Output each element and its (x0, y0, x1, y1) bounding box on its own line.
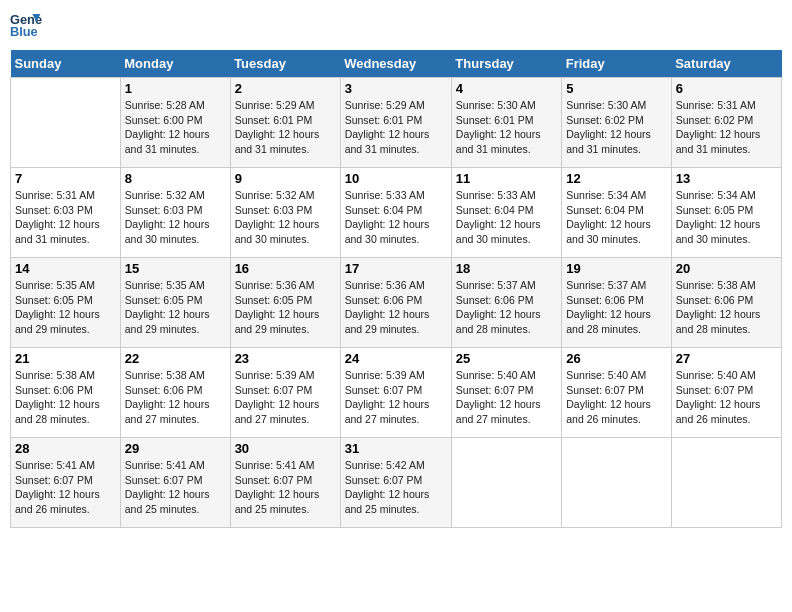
day-info: Sunrise: 5:42 AMSunset: 6:07 PMDaylight:… (345, 458, 447, 517)
calendar-cell: 8Sunrise: 5:32 AMSunset: 6:03 PMDaylight… (120, 168, 230, 258)
weekday-thursday: Thursday (451, 50, 561, 78)
day-number: 14 (15, 261, 116, 276)
calendar-cell (451, 438, 561, 528)
calendar-cell: 25Sunrise: 5:40 AMSunset: 6:07 PMDayligh… (451, 348, 561, 438)
day-info: Sunrise: 5:35 AMSunset: 6:05 PMDaylight:… (125, 278, 226, 337)
day-number: 29 (125, 441, 226, 456)
day-number: 15 (125, 261, 226, 276)
weekday-friday: Friday (562, 50, 671, 78)
weekday-wednesday: Wednesday (340, 50, 451, 78)
calendar-cell: 23Sunrise: 5:39 AMSunset: 6:07 PMDayligh… (230, 348, 340, 438)
day-info: Sunrise: 5:29 AMSunset: 6:01 PMDaylight:… (235, 98, 336, 157)
calendar-cell: 4Sunrise: 5:30 AMSunset: 6:01 PMDaylight… (451, 78, 561, 168)
day-number: 17 (345, 261, 447, 276)
day-info: Sunrise: 5:31 AMSunset: 6:02 PMDaylight:… (676, 98, 777, 157)
day-number: 26 (566, 351, 666, 366)
calendar-cell: 30Sunrise: 5:41 AMSunset: 6:07 PMDayligh… (230, 438, 340, 528)
day-info: Sunrise: 5:40 AMSunset: 6:07 PMDaylight:… (456, 368, 557, 427)
calendar-cell: 27Sunrise: 5:40 AMSunset: 6:07 PMDayligh… (671, 348, 781, 438)
day-number: 28 (15, 441, 116, 456)
calendar-cell: 21Sunrise: 5:38 AMSunset: 6:06 PMDayligh… (11, 348, 121, 438)
day-number: 20 (676, 261, 777, 276)
day-info: Sunrise: 5:30 AMSunset: 6:02 PMDaylight:… (566, 98, 666, 157)
day-info: Sunrise: 5:29 AMSunset: 6:01 PMDaylight:… (345, 98, 447, 157)
calendar-cell: 28Sunrise: 5:41 AMSunset: 6:07 PMDayligh… (11, 438, 121, 528)
calendar-cell: 17Sunrise: 5:36 AMSunset: 6:06 PMDayligh… (340, 258, 451, 348)
day-info: Sunrise: 5:41 AMSunset: 6:07 PMDaylight:… (15, 458, 116, 517)
day-info: Sunrise: 5:38 AMSunset: 6:06 PMDaylight:… (15, 368, 116, 427)
day-info: Sunrise: 5:40 AMSunset: 6:07 PMDaylight:… (566, 368, 666, 427)
day-info: Sunrise: 5:35 AMSunset: 6:05 PMDaylight:… (15, 278, 116, 337)
day-number: 22 (125, 351, 226, 366)
calendar-cell: 22Sunrise: 5:38 AMSunset: 6:06 PMDayligh… (120, 348, 230, 438)
day-info: Sunrise: 5:37 AMSunset: 6:06 PMDaylight:… (566, 278, 666, 337)
calendar-week-2: 7Sunrise: 5:31 AMSunset: 6:03 PMDaylight… (11, 168, 782, 258)
calendar-cell: 18Sunrise: 5:37 AMSunset: 6:06 PMDayligh… (451, 258, 561, 348)
calendar-cell: 5Sunrise: 5:30 AMSunset: 6:02 PMDaylight… (562, 78, 671, 168)
calendar-week-5: 28Sunrise: 5:41 AMSunset: 6:07 PMDayligh… (11, 438, 782, 528)
calendar-cell: 11Sunrise: 5:33 AMSunset: 6:04 PMDayligh… (451, 168, 561, 258)
calendar-cell: 24Sunrise: 5:39 AMSunset: 6:07 PMDayligh… (340, 348, 451, 438)
calendar-week-3: 14Sunrise: 5:35 AMSunset: 6:05 PMDayligh… (11, 258, 782, 348)
day-number: 12 (566, 171, 666, 186)
day-number: 7 (15, 171, 116, 186)
day-number: 6 (676, 81, 777, 96)
day-number: 13 (676, 171, 777, 186)
calendar-cell: 20Sunrise: 5:38 AMSunset: 6:06 PMDayligh… (671, 258, 781, 348)
calendar-week-1: 1Sunrise: 5:28 AMSunset: 6:00 PMDaylight… (11, 78, 782, 168)
calendar-cell: 6Sunrise: 5:31 AMSunset: 6:02 PMDaylight… (671, 78, 781, 168)
day-number: 30 (235, 441, 336, 456)
calendar-body: 1Sunrise: 5:28 AMSunset: 6:00 PMDaylight… (11, 78, 782, 528)
day-info: Sunrise: 5:34 AMSunset: 6:05 PMDaylight:… (676, 188, 777, 247)
calendar-cell (671, 438, 781, 528)
day-info: Sunrise: 5:36 AMSunset: 6:06 PMDaylight:… (345, 278, 447, 337)
day-number: 8 (125, 171, 226, 186)
logo-icon: General Blue (10, 10, 42, 42)
calendar-cell: 9Sunrise: 5:32 AMSunset: 6:03 PMDaylight… (230, 168, 340, 258)
weekday-saturday: Saturday (671, 50, 781, 78)
calendar-header: SundayMondayTuesdayWednesdayThursdayFrid… (11, 50, 782, 78)
day-info: Sunrise: 5:41 AMSunset: 6:07 PMDaylight:… (125, 458, 226, 517)
calendar-cell: 1Sunrise: 5:28 AMSunset: 6:00 PMDaylight… (120, 78, 230, 168)
calendar-cell: 19Sunrise: 5:37 AMSunset: 6:06 PMDayligh… (562, 258, 671, 348)
day-info: Sunrise: 5:30 AMSunset: 6:01 PMDaylight:… (456, 98, 557, 157)
day-number: 1 (125, 81, 226, 96)
calendar-table: SundayMondayTuesdayWednesdayThursdayFrid… (10, 50, 782, 528)
weekday-sunday: Sunday (11, 50, 121, 78)
day-info: Sunrise: 5:28 AMSunset: 6:00 PMDaylight:… (125, 98, 226, 157)
calendar-cell: 26Sunrise: 5:40 AMSunset: 6:07 PMDayligh… (562, 348, 671, 438)
day-number: 10 (345, 171, 447, 186)
weekday-tuesday: Tuesday (230, 50, 340, 78)
calendar-cell: 16Sunrise: 5:36 AMSunset: 6:05 PMDayligh… (230, 258, 340, 348)
svg-text:Blue: Blue (10, 24, 38, 39)
calendar-cell: 31Sunrise: 5:42 AMSunset: 6:07 PMDayligh… (340, 438, 451, 528)
day-info: Sunrise: 5:41 AMSunset: 6:07 PMDaylight:… (235, 458, 336, 517)
day-number: 18 (456, 261, 557, 276)
day-info: Sunrise: 5:33 AMSunset: 6:04 PMDaylight:… (456, 188, 557, 247)
day-number: 31 (345, 441, 447, 456)
day-info: Sunrise: 5:33 AMSunset: 6:04 PMDaylight:… (345, 188, 447, 247)
day-info: Sunrise: 5:39 AMSunset: 6:07 PMDaylight:… (345, 368, 447, 427)
calendar-week-4: 21Sunrise: 5:38 AMSunset: 6:06 PMDayligh… (11, 348, 782, 438)
day-info: Sunrise: 5:34 AMSunset: 6:04 PMDaylight:… (566, 188, 666, 247)
day-number: 25 (456, 351, 557, 366)
day-info: Sunrise: 5:37 AMSunset: 6:06 PMDaylight:… (456, 278, 557, 337)
weekday-monday: Monday (120, 50, 230, 78)
calendar-cell: 29Sunrise: 5:41 AMSunset: 6:07 PMDayligh… (120, 438, 230, 528)
day-number: 23 (235, 351, 336, 366)
calendar-cell: 7Sunrise: 5:31 AMSunset: 6:03 PMDaylight… (11, 168, 121, 258)
calendar-cell (11, 78, 121, 168)
logo: General Blue (10, 10, 46, 42)
calendar-cell: 3Sunrise: 5:29 AMSunset: 6:01 PMDaylight… (340, 78, 451, 168)
day-info: Sunrise: 5:36 AMSunset: 6:05 PMDaylight:… (235, 278, 336, 337)
day-info: Sunrise: 5:32 AMSunset: 6:03 PMDaylight:… (235, 188, 336, 247)
day-number: 11 (456, 171, 557, 186)
day-info: Sunrise: 5:32 AMSunset: 6:03 PMDaylight:… (125, 188, 226, 247)
calendar-cell: 10Sunrise: 5:33 AMSunset: 6:04 PMDayligh… (340, 168, 451, 258)
day-info: Sunrise: 5:38 AMSunset: 6:06 PMDaylight:… (125, 368, 226, 427)
day-info: Sunrise: 5:40 AMSunset: 6:07 PMDaylight:… (676, 368, 777, 427)
day-info: Sunrise: 5:38 AMSunset: 6:06 PMDaylight:… (676, 278, 777, 337)
day-number: 2 (235, 81, 336, 96)
day-number: 3 (345, 81, 447, 96)
day-number: 9 (235, 171, 336, 186)
